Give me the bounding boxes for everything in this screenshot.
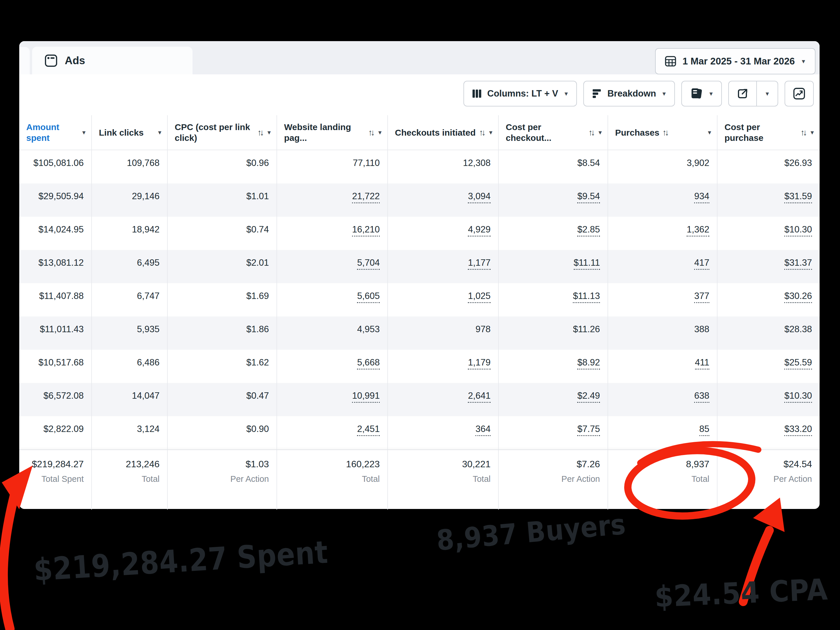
table-cell[interactable]: 85 (608, 416, 717, 450)
caret-down-icon[interactable]: ▼ (809, 130, 815, 135)
metric-link-value[interactable]: 5,668 (357, 357, 380, 369)
column-header-cost-per-checkout[interactable]: Cost per checkout...↑↓▼ (499, 115, 608, 150)
metric-link-value[interactable]: $10.30 (784, 224, 812, 237)
caret-down-icon[interactable]: ▼ (707, 130, 712, 135)
metric-link-value[interactable]: 10,991 (352, 390, 380, 403)
metric-link-value[interactable]: $30.26 (784, 291, 812, 303)
metric-link-value[interactable]: $11.13 (573, 291, 600, 303)
table-cell[interactable]: 21,722 (277, 183, 388, 217)
column-header-link-clicks[interactable]: Link clicks▼ (92, 115, 168, 150)
table-cell[interactable]: 934 (608, 183, 717, 217)
metric-link-value[interactable]: $31.37 (784, 257, 812, 270)
column-header-website-landing-pag[interactable]: Website landing pag...↑↓▼ (277, 115, 388, 150)
column-header-checkouts-initiated[interactable]: Checkouts initiated↑↓▼ (388, 115, 499, 150)
table-cell[interactable]: $31.59 (717, 183, 819, 217)
sort-updown-icon[interactable]: ↑↓ (257, 128, 262, 137)
export-options-button[interactable]: ▼ (756, 81, 778, 106)
metric-link-value[interactable]: $25.59 (784, 357, 812, 369)
table-cell[interactable]: 3,094 (388, 183, 499, 217)
table-cell[interactable]: 10,991 (277, 383, 388, 416)
table-cell[interactable]: 1,025 (388, 283, 499, 316)
view-charts-button[interactable] (785, 81, 814, 106)
column-header-amount-spent[interactable]: Amount spent▼ (19, 115, 92, 150)
table-cell[interactable]: 1,179 (388, 350, 499, 383)
metric-link-value[interactable]: 411 (695, 357, 709, 369)
caret-down-icon[interactable]: ▼ (266, 130, 272, 135)
metric-link-value[interactable]: $7.75 (577, 424, 600, 436)
metric-link-value[interactable]: $2.49 (577, 390, 600, 403)
metric-link-value[interactable]: $11.11 (574, 257, 600, 270)
table-cell[interactable]: 2,641 (388, 383, 499, 416)
metric-link-value[interactable]: 2,451 (357, 424, 380, 436)
metric-link-value[interactable]: 934 (694, 191, 709, 203)
metric-link-value[interactable]: 364 (475, 424, 491, 436)
metric-link-value[interactable]: 1,025 (468, 291, 491, 303)
sort-updown-icon[interactable]: ↑↓ (588, 128, 593, 137)
table-cell[interactable]: 411 (608, 350, 717, 383)
table-cell[interactable]: 417 (608, 250, 717, 283)
table-cell[interactable]: 5,605 (277, 283, 388, 316)
sort-updown-icon[interactable]: ↑↓ (662, 128, 667, 137)
export-button[interactable] (729, 81, 756, 106)
table-cell[interactable]: $11.13 (499, 283, 608, 316)
table-cell[interactable]: $11.11 (499, 250, 608, 283)
table-cell[interactable]: $10.30 (717, 217, 819, 250)
caret-down-icon[interactable]: ▼ (488, 130, 494, 135)
table-cell[interactable]: $30.26 (717, 283, 819, 316)
sort-updown-icon[interactable]: ↑↓ (368, 128, 373, 137)
sort-updown-icon[interactable]: ↑↓ (479, 128, 484, 137)
caret-down-icon[interactable]: ▼ (81, 130, 87, 135)
table-cell[interactable]: 364 (388, 416, 499, 450)
table-cell[interactable]: $2.85 (499, 217, 608, 250)
table-cell[interactable]: $8.92 (499, 350, 608, 383)
metric-link-value[interactable]: 5,605 (357, 291, 380, 303)
date-range-button[interactable]: 1 Mar 2025 - 31 Mar 2026 ▼ (655, 48, 815, 74)
metric-link-value[interactable]: 1,177 (468, 257, 491, 270)
column-header-cpc-cost-per-link-click[interactable]: CPC (cost per link click)↑↓▼ (168, 115, 277, 150)
metric-link-value[interactable]: $33.20 (784, 424, 812, 436)
table-cell[interactable]: 5,668 (277, 350, 388, 383)
caret-down-icon[interactable]: ▼ (377, 130, 383, 135)
caret-down-icon[interactable]: ▼ (157, 130, 163, 135)
sort-updown-icon[interactable]: ↑↓ (801, 128, 805, 137)
caret-down-icon[interactable]: ▼ (597, 130, 603, 135)
table-cell[interactable]: $7.75 (499, 416, 608, 450)
metric-link-value[interactable]: 638 (694, 390, 709, 403)
metric-link-value[interactable]: $9.54 (577, 191, 600, 203)
metric-link-value[interactable]: 21,722 (352, 191, 380, 203)
table-cell[interactable]: $33.20 (717, 416, 819, 450)
table-cell[interactable]: 638 (608, 383, 717, 416)
table-cell[interactable]: $31.37 (717, 250, 819, 283)
table-cell[interactable]: $25.59 (717, 350, 819, 383)
metric-link-value[interactable]: 1,362 (687, 224, 709, 237)
table-cell[interactable]: $10.30 (717, 383, 819, 416)
metric-link-value[interactable]: $8.92 (577, 357, 600, 369)
table-cell[interactable]: 2,451 (277, 416, 388, 450)
metric-link-value[interactable]: 377 (694, 291, 709, 303)
adjacent-tab-edge[interactable] (19, 47, 30, 74)
metric-link-value[interactable]: 16,210 (352, 224, 380, 237)
table-cell[interactable]: 377 (608, 283, 717, 316)
table-cell[interactable]: $2.49 (499, 383, 608, 416)
metric-link-value[interactable]: 417 (694, 257, 709, 270)
table-cell[interactable]: 4,929 (388, 217, 499, 250)
tab-ads[interactable]: Ads (32, 47, 193, 74)
columns-button[interactable]: Columns: LT + V ▼ (463, 81, 577, 106)
reports-button[interactable]: ▼ (681, 81, 722, 106)
breakdown-button[interactable]: Breakdown ▼ (583, 81, 675, 106)
column-header-purchases[interactable]: Purchases↑↓▼ (608, 115, 717, 150)
metric-link-value[interactable]: 4,929 (468, 224, 491, 237)
table-cell[interactable]: 1,177 (388, 250, 499, 283)
table-cell[interactable]: $9.54 (499, 183, 608, 217)
metric-link-value[interactable]: 1,179 (468, 357, 491, 369)
table-cell[interactable]: 16,210 (277, 217, 388, 250)
metric-link-value[interactable]: 3,094 (468, 191, 491, 203)
metric-link-value[interactable]: $10.30 (784, 390, 812, 403)
column-header-cost-per-purchase[interactable]: Cost per purchase↑↓▼ (717, 115, 819, 150)
table-cell[interactable]: 5,704 (277, 250, 388, 283)
metric-link-value[interactable]: $31.59 (784, 191, 812, 203)
metric-link-value[interactable]: 85 (699, 424, 709, 436)
table-cell[interactable]: 1,362 (608, 217, 717, 250)
metric-link-value[interactable]: $2.85 (577, 224, 600, 237)
metric-link-value[interactable]: 5,704 (357, 257, 380, 270)
